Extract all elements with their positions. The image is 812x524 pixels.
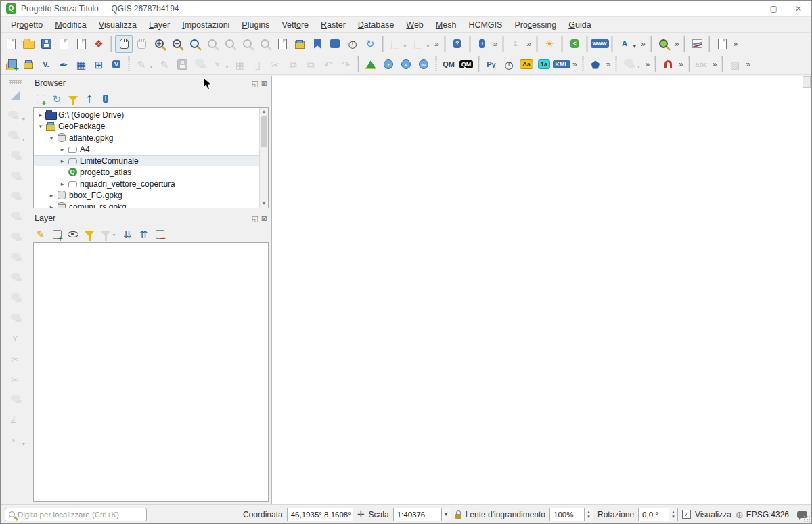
expander-icon[interactable]: ▾: [37, 123, 45, 130]
menu-visualizza[interactable]: Visualizza: [93, 18, 143, 32]
temporal-controller-button[interactable]: ◷: [344, 35, 361, 53]
spin-up-icon[interactable]: ▲: [587, 510, 591, 515]
menu-layer[interactable]: Layer: [143, 18, 176, 32]
layers-list[interactable]: [33, 242, 269, 502]
menu-hcmgis[interactable]: HCMGIS: [462, 18, 508, 32]
chevron-down-icon[interactable]: ▼: [112, 233, 116, 237]
refresh-browser-button[interactable]: ↻: [49, 91, 64, 106]
locator-search-input[interactable]: Digita per localizzare (Ctrl+K): [5, 508, 147, 521]
collapse-all-layers-button[interactable]: ⇈: [136, 227, 151, 241]
extents-toggle-icon[interactable]: ✛: [357, 510, 365, 519]
python-console-button[interactable]: Py: [482, 55, 500, 73]
menu-mesh[interactable]: Mesh: [430, 18, 463, 32]
globe-binoculars-plugin-button[interactable]: oo: [415, 55, 432, 73]
web-plugin-button[interactable]: www: [591, 35, 608, 53]
expander-icon[interactable]: ▸: [47, 192, 55, 199]
toolbar-overflow-button[interactable]: »: [673, 39, 681, 49]
coordinate-input[interactable]: 46,1935° 8,1608°: [287, 508, 353, 521]
snapping-magnet-button[interactable]: [659, 55, 677, 73]
spin-up-icon[interactable]: ▲: [671, 510, 675, 515]
globe-search-plugin-button[interactable]: q: [397, 55, 415, 73]
maximize-button[interactable]: ▢: [770, 4, 777, 14]
toolbar-overflow-button[interactable]: »: [432, 39, 441, 49]
chevron-down-icon[interactable]: ▼: [225, 64, 229, 69]
expander-icon[interactable]: ▸: [37, 112, 45, 118]
pan-map-button[interactable]: [115, 35, 133, 53]
expander-icon[interactable]: ▸: [58, 158, 66, 164]
map-dock-handle[interactable]: [803, 76, 811, 88]
spin-down-icon[interactable]: ▼: [671, 515, 675, 519]
expander-icon[interactable]: ▸: [47, 204, 55, 209]
resize-grip[interactable]: [803, 515, 810, 522]
chevron-down-icon[interactable]: ▼: [22, 442, 26, 446]
toolbar-overflow-button[interactable]: »: [491, 39, 500, 49]
save-project-button[interactable]: [37, 35, 55, 53]
tree-item-geopackage[interactable]: ▾GeoPackage: [34, 120, 259, 132]
labeling-button[interactable]: A▼: [616, 35, 633, 53]
data-source-manager-button[interactable]: [2, 55, 20, 73]
refresh-map-button[interactable]: ↻: [361, 35, 379, 53]
open-layer-styling-button[interactable]: ✎: [33, 227, 48, 241]
duplicate-layout-button[interactable]: [713, 35, 731, 53]
toolbar-overflow-button[interactable]: »: [524, 39, 533, 49]
layers-close-icon[interactable]: ⊠: [261, 214, 267, 223]
chevron-down-icon[interactable]: ▼: [442, 508, 451, 521]
tree-item-limitecomunale[interactable]: ▸LimiteComunale: [34, 155, 259, 166]
filter-legend-button[interactable]: [82, 227, 97, 241]
menu-processing[interactable]: Processing: [508, 18, 562, 32]
chevron-down-icon[interactable]: ▼: [426, 44, 430, 49]
minimize-button[interactable]: —: [744, 4, 752, 14]
menu-modifica[interactable]: Modifica: [49, 18, 93, 32]
map-canvas[interactable]: [271, 76, 811, 504]
magnifier-spinbox[interactable]: 100% ▲▼: [549, 508, 593, 521]
new-geopackage-button[interactable]: [20, 55, 37, 73]
chevron-down-icon[interactable]: ▼: [636, 64, 641, 69]
rotation-value[interactable]: 0,0 °: [638, 508, 669, 521]
remove-layer-button[interactable]: [152, 227, 167, 241]
new-print-layout-button[interactable]: [55, 35, 72, 53]
new-vector-layer-button[interactable]: V.: [37, 55, 55, 73]
tree-item-riquadri-vettore-copertura[interactable]: ▸riquadri_vettore_copertura: [34, 178, 259, 189]
show-bookmarks-button[interactable]: [326, 35, 344, 53]
spin-down-icon[interactable]: ▼: [587, 515, 591, 519]
toolbar-overflow-button[interactable]: »: [643, 59, 652, 69]
kml-tools-plugin-button[interactable]: KML: [553, 55, 570, 73]
help-contents-button[interactable]: ?: [449, 35, 466, 53]
zoom-in-button[interactable]: +: [150, 35, 168, 53]
toolbar-overflow-button[interactable]: »: [639, 39, 648, 49]
rotation-spinbox[interactable]: 0,0 ° ▲▼: [638, 508, 678, 521]
chevron-down-icon[interactable]: ▼: [149, 64, 154, 69]
scroll-thumb[interactable]: [261, 116, 267, 147]
stopwatch-plugin-button[interactable]: ◷: [500, 55, 518, 73]
browser-scrollbar[interactable]: ▲ ▼: [259, 108, 268, 208]
quickmapservices-search-button[interactable]: QM: [457, 55, 475, 73]
zoom-full-extent-button[interactable]: [185, 35, 203, 53]
new-map-view-button[interactable]: [273, 35, 291, 53]
manage-visibility-button[interactable]: [66, 227, 81, 241]
browser-float-icon[interactable]: ◱: [251, 79, 258, 88]
new-project-button[interactable]: [2, 35, 20, 53]
menu-raster[interactable]: Raster: [315, 18, 352, 32]
expand-all-button[interactable]: ⇊: [120, 227, 135, 241]
tree-item-a4[interactable]: ▸A4: [34, 143, 259, 155]
expander-icon[interactable]: ▾: [47, 135, 55, 141]
magnifier-value[interactable]: 100%: [549, 508, 585, 521]
share-plugin-button[interactable]: <: [566, 35, 583, 53]
autofields-plugin-button[interactable]: Δa: [518, 55, 535, 73]
crs-status-button[interactable]: ⊕ EPSG:4326: [736, 510, 789, 519]
menu-web[interactable]: Web: [400, 18, 429, 32]
filter-browser-button[interactable]: [66, 91, 81, 106]
scroll-down-icon[interactable]: ▼: [262, 199, 267, 208]
browser-close-icon[interactable]: ⊠: [261, 79, 267, 88]
open-project-button[interactable]: [20, 35, 37, 53]
scroll-up-icon[interactable]: ▲: [262, 108, 267, 116]
style-manager-button[interactable]: ❖: [90, 35, 108, 53]
toolbar-overflow-button[interactable]: »: [677, 59, 685, 69]
new-shapefile-button[interactable]: ✒: [55, 55, 72, 73]
layers-float-icon[interactable]: ◱: [251, 214, 258, 223]
menu-database[interactable]: Database: [352, 18, 401, 32]
toolbar-overflow-button[interactable]: »: [710, 59, 719, 69]
chevron-down-icon[interactable]: ▼: [632, 44, 637, 49]
zoom-out-button[interactable]: −: [168, 35, 185, 53]
expander-icon[interactable]: ▸: [58, 146, 66, 153]
